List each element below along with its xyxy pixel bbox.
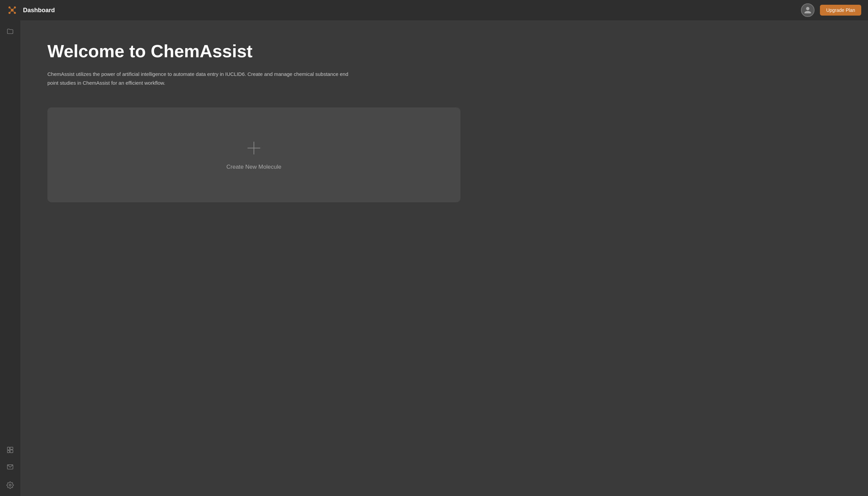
page-title: Dashboard (23, 7, 55, 14)
welcome-title: Welcome to ChemAssist (47, 41, 841, 62)
user-avatar[interactable] (801, 3, 815, 17)
welcome-description: ChemAssist utilizes the power of artific… (47, 70, 352, 87)
svg-line-7 (10, 10, 12, 13)
main-layout: Welcome to ChemAssist ChemAssist utilize… (0, 20, 868, 496)
header-right: Upgrade Plan (801, 3, 861, 17)
header-left: Dashboard (7, 5, 55, 16)
logo-icon (7, 5, 18, 16)
sidebar (0, 20, 20, 496)
svg-line-6 (12, 7, 15, 10)
upgrade-plan-button[interactable]: Upgrade Plan (820, 5, 861, 16)
header: Dashboard Upgrade Plan (0, 0, 868, 20)
create-new-molecule-card[interactable]: Create New Molecule (47, 107, 461, 202)
plus-icon (245, 139, 263, 157)
sidebar-item-library[interactable] (3, 443, 18, 458)
svg-line-8 (12, 10, 15, 13)
main-content: Welcome to ChemAssist ChemAssist utilize… (20, 20, 868, 496)
svg-rect-10 (7, 451, 10, 453)
svg-rect-9 (7, 447, 10, 450)
sidebar-item-settings[interactable] (3, 478, 18, 493)
svg-rect-11 (10, 447, 13, 449)
create-new-molecule-label: Create New Molecule (226, 164, 282, 170)
svg-point-14 (9, 484, 11, 486)
svg-rect-12 (10, 450, 13, 453)
sidebar-item-messages[interactable] (3, 460, 18, 475)
svg-line-5 (10, 7, 12, 10)
sidebar-item-files[interactable] (3, 24, 18, 38)
